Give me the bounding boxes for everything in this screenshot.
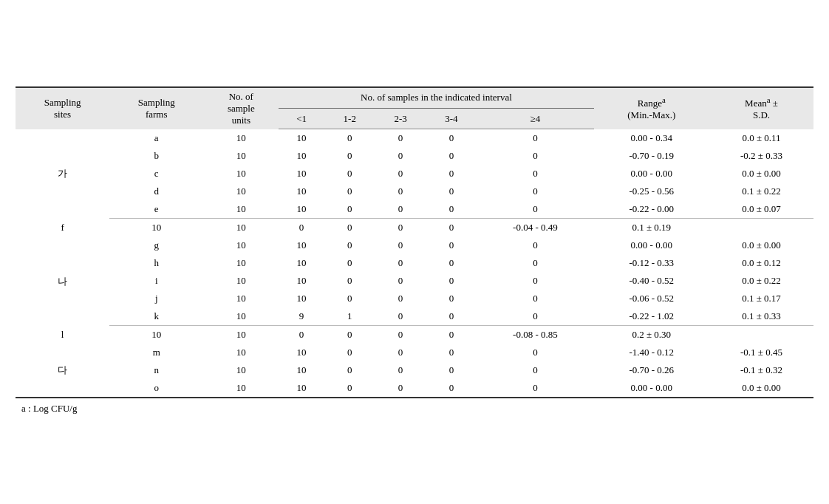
interval-cell: 10 <box>279 129 324 148</box>
interval-cell: 9 <box>279 307 324 326</box>
mean-cell: 0.1 ± 0.33 <box>709 307 813 326</box>
interval-cell: 0 <box>477 236 593 254</box>
farm-cell: e <box>109 200 203 219</box>
units-cell: 10 <box>109 219 203 237</box>
farm-cell: c <box>109 165 203 183</box>
interval-cell: 0 <box>375 379 426 398</box>
farm-cell: f <box>16 219 109 237</box>
interval-cell: 10 <box>279 379 324 398</box>
units-cell: 10 <box>203 272 279 290</box>
interval-cell: 0 <box>426 254 477 272</box>
table-row: c101000000.00 - 0.000.0 ± 0.00 <box>16 165 813 183</box>
units-cell: 10 <box>109 326 203 344</box>
col-3-4: 3-4 <box>426 109 477 129</box>
units-cell: 10 <box>203 361 279 379</box>
interval-cell: 0 <box>426 200 477 219</box>
units-cell: 10 <box>203 254 279 272</box>
units-cell: 10 <box>203 344 279 361</box>
interval-cell: 0 <box>279 219 324 237</box>
range-cell: -0.22 - 1.02 <box>594 307 709 326</box>
range-cell: -1.40 - 0.12 <box>594 344 709 361</box>
mean-cell: 0.0 ± 0.07 <box>709 200 813 219</box>
interval-cell: 0 <box>324 272 375 290</box>
interval-cell: 10 <box>279 290 324 307</box>
interval-cell: 10 <box>279 361 324 379</box>
interval-cell: 0 <box>426 165 477 183</box>
interval-cell: 0 <box>426 326 477 344</box>
interval-cell: 10 <box>279 147 324 165</box>
interval-cell: 0 <box>324 254 375 272</box>
interval-cell: 0 <box>477 379 593 398</box>
mean-cell: 0.0 ± 0.00 <box>709 379 813 398</box>
footnote: a : Log CFU/g <box>16 398 813 418</box>
range-cell: -0.70 - 0.26 <box>594 361 709 379</box>
interval-cell: 0 <box>324 200 375 219</box>
interval-cell: 0 <box>375 219 426 237</box>
interval-cell: 0 <box>477 129 593 148</box>
interval-cell: 0 <box>426 236 477 254</box>
units-cell: 10 <box>203 147 279 165</box>
interval-cell: 1 <box>324 307 375 326</box>
interval-cell: 0 <box>324 183 375 200</box>
interval-cell: 10 <box>279 344 324 361</box>
farm-cell: h <box>109 254 203 272</box>
interval-cell: 0 <box>375 272 426 290</box>
interval-cell: 0 <box>477 344 593 361</box>
table-row: n10100000-0.70 - 0.26-0.1 ± 0.32 <box>16 361 813 379</box>
units-cell: 10 <box>203 307 279 326</box>
units-cell: 10 <box>203 379 279 398</box>
interval-cell: 0 <box>324 326 375 344</box>
col-lt1: <1 <box>279 109 324 129</box>
interval-cell: 10 <box>279 165 324 183</box>
units-cell: 10 <box>203 236 279 254</box>
mean-cell: 0.1 ± 0.17 <box>709 290 813 307</box>
farm-cell: l <box>16 326 109 344</box>
interval-cell: 0 <box>477 290 593 307</box>
interval-cell: 0 <box>375 290 426 307</box>
mean-cell: 0.0 ± 0.00 <box>709 236 813 254</box>
table-row: 가a101000000.00 - 0.340.0 ± 0.11 <box>16 129 813 148</box>
interval-cell: 0 <box>426 379 477 398</box>
table-row: 나g101000000.00 - 0.000.0 ± 0.00 <box>16 236 813 254</box>
interval-cell: 0 <box>477 254 593 272</box>
range-cell: -0.08 - 0.85 <box>477 326 593 344</box>
interval-cell: 0 <box>426 272 477 290</box>
interval-cell: 0 <box>477 361 593 379</box>
interval-cell: 0 <box>477 183 593 200</box>
farm-cell: g <box>109 236 203 254</box>
farm-cell: b <box>109 147 203 165</box>
interval-cell: 0 <box>324 219 375 237</box>
col-1-2: 1-2 <box>324 109 375 129</box>
interval-cell: 0 <box>324 344 375 361</box>
interval-cell: 0 <box>375 129 426 148</box>
range-cell: -0.40 - 0.52 <box>594 272 709 290</box>
interval-cell: 0 <box>426 129 477 148</box>
interval-cell: 0 <box>477 307 593 326</box>
farm-cell: m <box>109 344 203 361</box>
units-cell: 10 <box>203 290 279 307</box>
range-cell: -0.70 - 0.19 <box>594 147 709 165</box>
interval-cell: 10 <box>279 254 324 272</box>
farm-cell: a <box>109 129 203 148</box>
interval-cell: 0 <box>375 147 426 165</box>
interval-cell: 0 <box>477 165 593 183</box>
interval-cell: 0 <box>324 361 375 379</box>
mean-cell: 0.1 ± 0.22 <box>709 183 813 200</box>
interval-cell: 10 <box>279 200 324 219</box>
interval-cell: 0 <box>324 236 375 254</box>
interval-cell: 0 <box>426 307 477 326</box>
table-footer: a : Log CFU/g <box>16 398 813 418</box>
mean-cell: -0.1 ± 0.45 <box>709 344 813 361</box>
range-cell: -0.22 - 0.00 <box>594 200 709 219</box>
interval-cell: 0 <box>375 344 426 361</box>
range-cell: -0.04 - 0.49 <box>477 219 593 237</box>
site-cell: 다 <box>16 344 109 398</box>
table-row: b10100000-0.70 - 0.19-0.2 ± 0.33 <box>16 147 813 165</box>
table-row: o101000000.00 - 0.000.0 ± 0.00 <box>16 379 813 398</box>
farm-cell: j <box>109 290 203 307</box>
interval-cell: 0 <box>324 165 375 183</box>
mean-cell: 0.0 ± 0.00 <box>709 165 813 183</box>
interval-cell: 0 <box>375 200 426 219</box>
farm-cell: d <box>109 183 203 200</box>
units-cell: 10 <box>203 129 279 148</box>
